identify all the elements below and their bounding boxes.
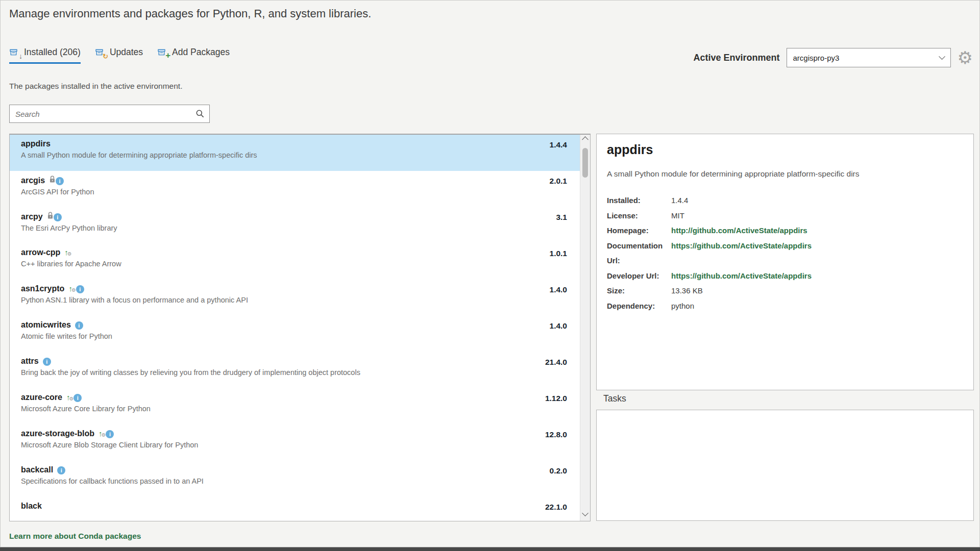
update-available-icon: ↑⚙ — [99, 430, 106, 438]
details-field-link[interactable]: https://github.com/ActiveState/appdirs — [671, 238, 812, 268]
tab-add-packages[interactable]: + Add Packages — [157, 47, 230, 64]
package-name: attrs — [21, 357, 39, 366]
details-package-name: appdirs — [607, 142, 963, 157]
package-description: Specifications for callback functions pa… — [21, 477, 567, 485]
scroll-up-icon[interactable] — [582, 136, 589, 143]
environment-select[interactable]: arcgispro-py3 — [787, 48, 951, 67]
update-available-icon: ↑⚙ — [66, 393, 74, 402]
details-field: Developer Url: https://github.com/Active… — [607, 268, 963, 284]
down-arrow-icon: ↓ — [19, 53, 22, 60]
package-version: 1.12.0 — [545, 394, 567, 403]
learn-more-link[interactable]: Learn more about Conda packages — [9, 532, 141, 541]
package-description: Microsoft Azure Core Library for Python — [21, 405, 567, 413]
package-description: Bring back the joy of writing classes by… — [21, 368, 567, 377]
package-badges: i — [57, 465, 65, 474]
package-row[interactable]: azure-storage-blob ↑⚙i Microsoft Azure B… — [10, 424, 580, 461]
tab-add-packages-label: Add Packages — [172, 47, 230, 58]
details-fields: Installed: 1.4.4 License: MIT Homepage: … — [607, 193, 963, 313]
info-icon: i — [106, 430, 114, 438]
package-version: 12.8.0 — [545, 430, 567, 439]
details-field-value: MIT — [671, 208, 684, 223]
package-description: ArcGIS API for Python — [21, 188, 567, 196]
package-badges: i — [75, 320, 83, 330]
details-field: Installed: 1.4.4 — [607, 193, 963, 208]
lock-icon — [47, 212, 54, 219]
package-add-icon: + — [157, 47, 168, 57]
package-details-panel: appdirs A small Python module for determ… — [596, 134, 974, 390]
package-description: Microsoft Azure Blob Storage Client Libr… — [21, 441, 567, 449]
package-name: backcall — [21, 465, 53, 474]
package-badges: i — [43, 357, 51, 366]
package-installed-icon: ↓ — [9, 47, 20, 57]
package-version: 1.0.1 — [550, 249, 567, 258]
details-field: Homepage: http://github.com/ActiveState/… — [607, 223, 963, 238]
package-version: 3.1 — [556, 213, 567, 222]
chevron-down-icon — [939, 53, 945, 60]
details-field-value: 13.36 KB — [671, 283, 703, 298]
details-field-label: License: — [607, 208, 671, 223]
package-badges: i — [47, 212, 62, 221]
window-bottom-edge — [0, 547, 980, 551]
package-badges: ↑⚙i — [66, 393, 82, 402]
scrollbar-thumb[interactable] — [582, 148, 588, 178]
details-package-description: A small Python module for determining ap… — [607, 169, 963, 179]
active-environment-row: Active Environment arcgispro-py3 ⚙ — [693, 48, 973, 67]
package-badges: ↑⚙i — [99, 429, 114, 438]
info-icon: i — [57, 466, 65, 474]
package-row[interactable]: asn1crypto ↑⚙i Python ASN.1 library with… — [10, 280, 580, 316]
details-field-link[interactable]: https://github.com/ActiveState/appdirs — [671, 268, 812, 284]
package-badges: ↑⚙i — [68, 284, 84, 293]
search-box — [9, 105, 210, 123]
package-description: The Esri ArcPy Python library — [21, 224, 567, 232]
scroll-down-icon[interactable] — [582, 510, 589, 516]
tab-bar: ↓ Installed (206) ↻ Updates + Add Packag… — [9, 47, 230, 64]
details-field-label: Developer Url: — [607, 268, 671, 284]
tab-updates-label: Updates — [110, 47, 143, 58]
package-row[interactable]: atomicwrites i Atomic file writes for Py… — [10, 316, 580, 352]
info-icon: i — [74, 394, 82, 402]
details-field-value: python — [671, 298, 694, 314]
package-manager-page: Manage environments and packages for Pyt… — [0, 0, 980, 551]
package-description: Atomic file writes for Python — [21, 332, 567, 340]
package-list-scrollbar[interactable] — [580, 135, 590, 521]
details-field-link[interactable]: http://github.com/ActiveState/appdirs — [671, 223, 807, 238]
package-row[interactable]: black 22.1.0 — [10, 497, 580, 521]
tab-installed[interactable]: ↓ Installed (206) — [9, 47, 81, 64]
info-icon: i — [75, 321, 83, 330]
details-field-label: Dependency: — [607, 298, 671, 314]
package-updates-icon: ↻ — [95, 47, 106, 57]
search-input[interactable] — [14, 109, 195, 119]
environment-select-value: arcgispro-py3 — [793, 54, 840, 62]
package-name: appdirs — [21, 139, 51, 148]
tab-installed-label: Installed (206) — [24, 47, 81, 58]
package-list: appdirs A small Python module for determ… — [9, 134, 591, 521]
tab-subtitle: The packages installed in the active env… — [9, 82, 182, 91]
package-badges: ↑⚙ — [64, 248, 71, 257]
package-version: 22.1.0 — [545, 503, 567, 512]
package-row[interactable]: azure-core ↑⚙i Microsoft Azure Core Libr… — [10, 388, 580, 424]
package-name: atomicwrites — [21, 320, 71, 330]
update-available-icon: ↑⚙ — [64, 248, 71, 257]
tasks-panel — [596, 410, 974, 521]
package-row[interactable]: arcpy i The Esri ArcPy Python library 3.… — [10, 207, 580, 243]
details-field-label: Size: — [607, 283, 671, 298]
package-row[interactable]: appdirs A small Python module for determ… — [10, 135, 580, 171]
package-row[interactable]: backcall i Specifications for callback f… — [10, 461, 580, 497]
details-field: License: MIT — [607, 208, 963, 223]
package-name: azure-storage-blob — [21, 429, 94, 438]
package-row[interactable]: attrs i Bring back the joy of writing cl… — [10, 352, 580, 388]
package-row[interactable]: arcgis i ArcGIS API for Python 2.0.1 — [10, 171, 580, 207]
package-row[interactable]: arrow-cpp ↑⚙ C++ libraries for Apache Ar… — [10, 243, 580, 280]
package-description: A small Python module for determining ap… — [21, 151, 567, 159]
page-title: Manage environments and packages for Pyt… — [9, 7, 371, 20]
tab-updates[interactable]: ↻ Updates — [95, 47, 143, 64]
search-icon — [195, 109, 205, 118]
package-description: C++ libraries for Apache Arrow — [21, 260, 567, 268]
details-field-label: Documentation Url: — [607, 238, 671, 268]
package-name: black — [21, 502, 42, 511]
active-environment-label: Active Environment — [693, 53, 779, 63]
plus-icon: + — [165, 51, 170, 60]
package-name: arcpy — [21, 212, 43, 221]
package-version: 1.4.0 — [550, 285, 567, 294]
environment-settings-gear-icon[interactable]: ⚙ — [958, 49, 973, 66]
